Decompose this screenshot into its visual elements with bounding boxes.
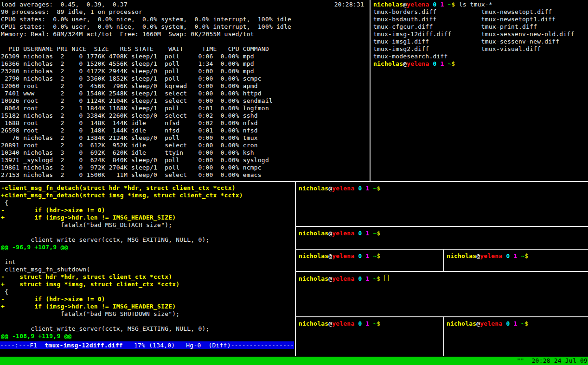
prompt-part-ph: yelena [332,252,354,259]
pane-border-h1 [296,226,588,227]
modeline-prefix: ----:---F1 [0,342,45,349]
shell-prompt-line: nicholas@yelena 0 1 ~$ [299,185,588,192]
diff-line: -client_msg_fn_detach(struct hdr *hdr, s… [1,184,296,192]
process-row: 26598 root 2 0 148K 144K idle nfsd 0:01 … [1,127,371,134]
diff-line: { [1,288,296,296]
prompt-part-py: $ [377,230,381,237]
prompt-part-sp [362,275,365,282]
prompt-part-sp [362,230,365,237]
pane-border-h3 [296,271,588,272]
emacs-mode-line: ----:---F1 tmux-imsg-12diff.diff 17% (13… [0,341,294,349]
shell-prompt-line: nicholas@yelena 0 1 ~$ [299,230,588,237]
process-row: 20891 root 2 0 612K 952K idle select 0:0… [1,142,371,149]
process-row: 15182 nicholas 2 0 3384K 2260K sleep/0 s… [1,112,371,120]
ls-file-line: tmux-bsdauth.diff tmux-newsetopt1.diff [373,16,588,23]
diff-line: + if (imsg->hdr.len != IMSG_HEADER_SIZE) [1,303,296,310]
pane-top-command[interactable]: 20:28:31 load averages: 0.45, 0.39, 0.37… [0,0,371,182]
tmux-terminal-screen: 20:28:31 load averages: 0.45, 0.39, 0.37… [0,0,588,365]
process-row: 19861 nicholas 2 0 972K 2704K sleep/1 po… [1,164,371,171]
shell-prompt: nicholas@yelena 0 1 ~$ [299,185,381,192]
prompt-part-pu: nicholas [299,320,328,327]
diff-line: fatalx("bad MSG_DETACH size"); [1,221,296,229]
prompt-part-ph: yelena [407,60,429,67]
top-summary-line: Memory: Real: 68M/324M act/tot Free: 166… [1,31,371,38]
diff-line: @@ -96,9 +107,9 @@ [1,244,296,251]
pane-border-vertical-top [370,0,371,181]
process-row: 10926 root 2 0 1124K 2104K sleep/1 selec… [1,97,371,105]
process-row: 16366 nicholas 2 0 1520K 4556K sleep/1 p… [1,60,371,68]
prompt-part-sp [444,1,448,8]
modeline-buffer-name: tmux-imsg-12diff.diff [45,342,123,349]
diff-line: - struct hdr *hdr, struct client_ctx *cc… [1,273,296,281]
ls-file-line: tmux-imsg2.diff tmux-visual.diff [373,45,588,53]
terminal-cursor [384,275,389,281]
top-summary-line [1,38,371,45]
prompt-part-py: $ [452,60,455,67]
top-summary-line: CPU1 states: 0.0% user, 0.0% nice, 0.0% … [1,23,371,31]
prompt-part-py: $ [377,320,381,327]
prompt-part-ph: yelena [480,252,502,259]
prompt-part-pg: ~ [373,185,377,192]
prompt-part-sp [444,60,448,67]
process-row: 76 nicholas 2 0 1384K 2124K sleep/0 poll… [1,134,371,142]
prompt-part-pu: nicholas [373,60,403,67]
shell-prompt-line: nicholas@yelena 0 1 ~$ [447,252,588,260]
process-row: 2790 nicholas 2 0 3360K 1852K sleep/1 po… [1,75,371,82]
prompt-part-pg: ~ [373,252,377,259]
diff-line: fatalx("bad MSG_SHUTDOWN size"); [1,310,296,318]
shell-prompt: nicholas@yelena 0 1 ~$ [299,230,381,237]
prompt-part-pu: nicholas [373,1,403,8]
process-row: 8064 root 2 1 1844K 1168K sleep/1 poll 0… [1,105,371,112]
ls-file-line: tmux-modesearch.diff [373,53,588,60]
process-table-header: PID USERNAME PRI NICE SIZE RES STATE WAI… [1,45,371,53]
pane-shell-7[interactable]: nicholas@yelena 0 1 ~$ [444,317,588,359]
shell-prompt-line: nicholas@yelena 0 1 ~$ [299,320,446,327]
prompt-part-py: $ [377,252,381,259]
shell-prompt-line: nicholas@yelena 0 1 ~$ [299,275,588,282]
prompt-part-pg: ~ [373,275,377,282]
diff-line: client_write_server(cctx, MSG_EXITING, N… [1,236,296,244]
tmux-status-bar[interactable]: [0] 0:irssi# 1:todo 2:ncmpc- 3:mutt 4:ss… [0,357,588,365]
pane-border-h2 [296,249,588,250]
ls-file-list: tmux-borders.diff tmux-newsetopt.difftmu… [373,8,588,60]
prompt-part-pm: 1 [366,230,370,237]
shell-prompt: nicholas@yelena 0 1 ~$ [447,252,529,259]
diff-line: client_msg_fn_shutdown( [1,266,296,273]
process-row: 12060 root 2 0 456K 796K sleep/0 kqread … [1,82,371,90]
diff-line: - if (hdr->size != 0) [1,296,296,303]
pane-shell-4[interactable]: nicholas@yelena 0 1 ~$ [444,250,588,274]
prompt-part-ph: yelena [480,320,502,327]
pane-border-v1 [443,250,444,271]
shell-command: ls tmux-* [455,1,492,8]
prompt-part-sp [362,185,365,192]
process-row: 26309 nicholas 2 0 1776K 4708K sleep/1 p… [1,53,371,60]
pane-shell-6[interactable]: nicholas@yelena 0 1 ~$ [296,317,446,359]
prompt-part-pm: 1 [366,185,370,192]
prompt-part-pm: 1 [441,1,444,8]
prompt-part-pu: nicholas [299,252,328,259]
prompt-part-pg: ~ [373,320,377,327]
top-summary: load averages: 0.45, 0.39, 0.3790 proces… [1,1,371,45]
prompt-part-pg: ~ [521,320,525,327]
pane-border-vertical-bottom [295,182,296,356]
prompt-part-pm: 1 [366,320,370,327]
diff-line: +client_msg_fn_detach(struct imsg *imsg,… [1,192,296,199]
pane-shell-2[interactable]: nicholas@yelena 0 1 ~$ [296,227,588,252]
prompt-part-pm: 1 [441,60,444,67]
shell-prompt: nicholas@yelena 0 1 ~$ [299,320,381,327]
top-summary-line: load averages: 0.45, 0.39, 0.37 [1,1,371,8]
diff-line: + struct imsg *imsg, struct client_ctx *… [1,281,296,288]
modeline-info: 17% (134,0) Hg-0 (Diff) [123,342,231,349]
prompt-part-pm: 1 [514,252,518,259]
pane-emacs-diff[interactable]: -client_msg_fn_detach(struct hdr *hdr, s… [0,182,296,358]
diff-line [1,251,296,258]
pane-shell-5-active[interactable]: nicholas@yelena 0 1 ~$ [296,272,588,319]
prompt-part-sp [370,185,373,192]
pane-shell-1[interactable]: nicholas@yelena 0 1 ~$ [296,182,588,229]
prompt-part-ph: yelena [407,1,429,8]
top-summary-line: CPU0 states: 0.0% user, 0.0% nice, 0.0% … [1,16,371,23]
pane-shell-ls[interactable]: nicholas@yelena 0 1 ~$ ls tmux-* tmux-bo… [371,0,588,182]
prompt-part-ph: yelena [332,230,354,237]
top-summary-line: 90 processes: 89 idle, 1 on processor [1,8,371,16]
pane-shell-3[interactable]: nicholas@yelena 0 1 ~$ [296,250,446,274]
